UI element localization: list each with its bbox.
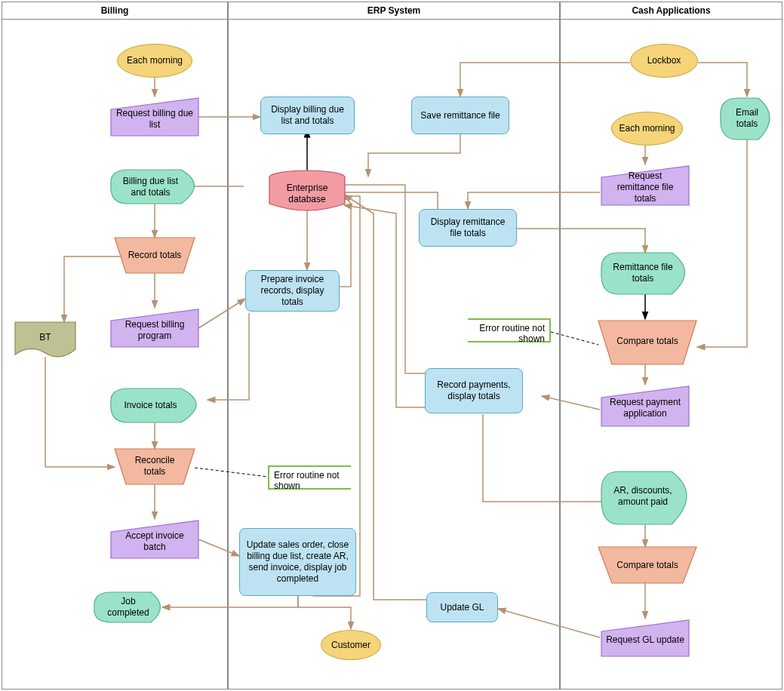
display-ar-discounts: AR, discounts, amount paid: [601, 474, 684, 519]
manual-input-accept-invoice: Accept invoice batch: [111, 524, 198, 558]
display-invoice-totals: Invoice totals: [111, 388, 190, 422]
manual-input-request-payment: Request payment application: [601, 390, 689, 426]
manual-input-request-remit: Request remittance file totals: [601, 170, 689, 205]
display-remit-totals: Remittance file totals: [601, 254, 684, 292]
terminator-each-morning-billing: Each morning: [117, 44, 192, 78]
manual-input-request-billing-due: Request billing due list: [111, 102, 198, 136]
terminator-lockbox: Lockbox: [630, 44, 698, 78]
terminator-customer: Customer: [321, 630, 381, 660]
datastore-enterprise-db: Enterprise database: [269, 180, 345, 208]
document-bt: BT: [15, 324, 75, 351]
process-update-gl: Update GL: [426, 592, 498, 622]
process-display-billing: Display billing due list and totals: [260, 97, 355, 134]
manual-op-reconcile-totals: Reconcile totals: [118, 451, 191, 481]
manual-op-compare-totals-1: Compare totals: [604, 324, 691, 358]
annotation-error-2: Error routine not shown: [468, 318, 551, 342]
process-record-payments: Record payments, display totals: [425, 368, 523, 413]
swimlane-diagram: Billing ERP System Cash Applications: [0, 0, 784, 691]
display-billing-due-list: Billing due list and totals: [111, 170, 190, 204]
terminator-each-morning-cash: Each morning: [611, 112, 683, 146]
manual-op-record-totals: Record totals: [118, 240, 191, 270]
display-email-totals: Email totals: [721, 100, 773, 137]
display-job-completed: Job completed: [94, 592, 162, 622]
manual-input-request-gl: Request GL update: [601, 624, 689, 656]
annotation-error-1: Error routine not shown: [268, 465, 351, 490]
process-display-remit: Display remittance file totals: [419, 209, 517, 247]
process-save-remit: Save remittance file: [411, 97, 509, 134]
manual-input-request-billing-program: Request billing program: [111, 313, 198, 347]
process-prepare-invoice: Prepare invoice records, display totals: [245, 270, 340, 312]
process-update-sales: Update sales order, close billing due li…: [239, 528, 356, 596]
manual-op-compare-totals-2: Compare totals: [604, 551, 691, 579]
